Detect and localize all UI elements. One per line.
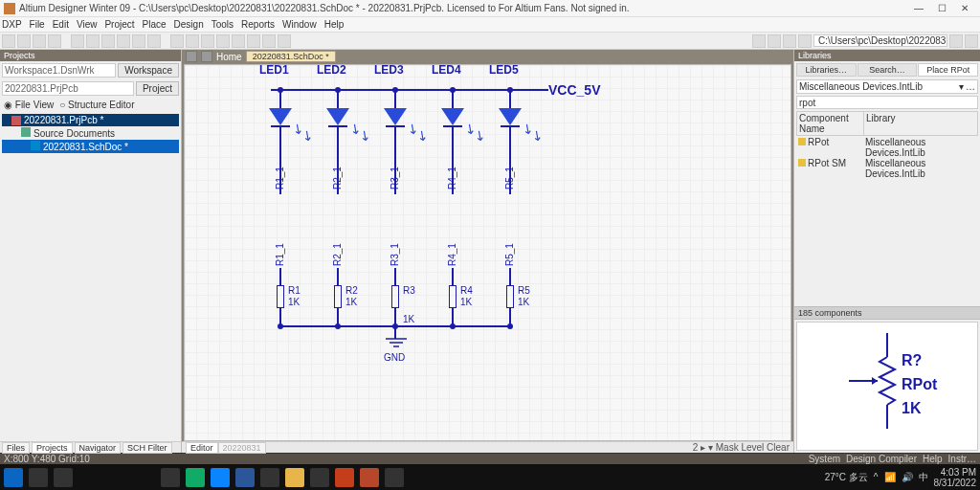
tool-btn[interactable]: [798, 34, 812, 48]
tool-btn[interactable]: [33, 34, 46, 48]
clock-time[interactable]: 4:03 PM: [934, 467, 977, 478]
workspace-button[interactable]: Workspace: [118, 63, 179, 78]
component-row[interactable]: RPot Miscellaneous Devices.IntLib: [796, 137, 978, 158]
project-button[interactable]: Project: [136, 81, 179, 96]
col-component-name[interactable]: Component Name: [797, 112, 864, 135]
workspace-combo[interactable]: Workspace1.DsnWrk: [2, 63, 116, 78]
tool-btn[interactable]: [262, 34, 276, 48]
tool-btn[interactable]: [101, 34, 115, 48]
tree-schdoc[interactable]: 20220831.SchDoc *: [2, 140, 179, 153]
tool-btn[interactable]: [132, 34, 145, 48]
tree-project[interactable]: 20220831.PrjPcb *: [2, 114, 179, 126]
taskbar-app[interactable]: [235, 468, 255, 487]
tool-btn[interactable]: [2, 34, 15, 48]
system-tray[interactable]: 27°C 多云 ^ 📶 🔊 中 4:03 PM 8/31/2022: [825, 467, 976, 488]
net-r4-1: R4_1: [447, 243, 457, 266]
path-box[interactable]: C:\Users\pc\Desktop\20220831 ▾: [813, 34, 947, 47]
menu-help[interactable]: Help: [324, 19, 345, 30]
taskbar-app[interactable]: [360, 468, 379, 487]
file-view-radio[interactable]: ◉ File View: [4, 100, 54, 110]
tool-btn[interactable]: [117, 34, 130, 48]
taskbar-app[interactable]: [260, 468, 279, 487]
tray-ime-icon[interactable]: 中: [919, 471, 928, 484]
clock-date[interactable]: 8/31/2022: [934, 478, 977, 488]
taskbar-app[interactable]: [310, 468, 329, 487]
tool-btn[interactable]: [949, 34, 963, 48]
structure-editor-radio[interactable]: ○ Structure Editor: [59, 100, 134, 110]
taskbar-app[interactable]: [211, 468, 230, 487]
preview-val: 1K: [902, 400, 921, 417]
tool-btn[interactable]: [783, 34, 796, 48]
tool-btn[interactable]: [186, 34, 199, 48]
tool-btn[interactable]: [48, 34, 61, 48]
library-combo[interactable]: Miscellaneous Devices.IntLib▾…: [796, 79, 978, 94]
led-emit-icon: ↘↘: [347, 120, 375, 145]
close-button[interactable]: ✕: [953, 3, 976, 13]
tool-btn[interactable]: [232, 34, 245, 48]
editor-doc-tab[interactable]: 20220831: [218, 442, 266, 454]
windows-taskbar[interactable]: 27°C 多云 ^ 📶 🔊 中 4:03 PM 8/31/2022: [0, 464, 980, 490]
foot-tab-projects[interactable]: Projects: [32, 442, 73, 454]
app-footer: X:800 Y:480 Grid:10 System Design Compil…: [0, 453, 980, 464]
tool-btn[interactable]: [752, 34, 766, 48]
menu-view[interactable]: View: [77, 19, 98, 30]
menu-reports[interactable]: Reports: [241, 19, 275, 30]
weather-widget[interactable]: 27°C 多云: [825, 471, 868, 484]
foot-instr[interactable]: Instr…: [948, 454, 976, 464]
nav-back-button[interactable]: [186, 51, 197, 62]
foot-design-compiler[interactable]: Design Compiler: [846, 454, 917, 464]
taskbar-app[interactable]: [335, 468, 354, 487]
menu-window[interactable]: Window: [282, 19, 317, 30]
menu-place[interactable]: Place: [143, 19, 167, 30]
tool-btn[interactable]: [965, 34, 978, 48]
tray-up-icon[interactable]: ^: [874, 472, 879, 482]
place-button[interactable]: Place RPot: [918, 63, 978, 77]
taskbar-app[interactable]: [385, 468, 404, 487]
search-button[interactable]: Search…: [858, 63, 918, 77]
search-icon[interactable]: [29, 468, 48, 487]
menu-file[interactable]: File: [30, 19, 45, 30]
component-search-input[interactable]: rpot: [796, 96, 978, 109]
menu-dxp[interactable]: DXP: [2, 19, 22, 30]
menu-project[interactable]: Project: [104, 19, 134, 30]
foot-tab-schfilter[interactable]: SCH Filter: [122, 442, 172, 454]
foot-tab-files[interactable]: Files: [2, 442, 30, 454]
foot-tab-navigator[interactable]: Navigator: [75, 442, 122, 454]
maximize-button[interactable]: ☐: [930, 3, 953, 13]
minimize-button[interactable]: —: [907, 3, 930, 13]
component-row[interactable]: RPot SM Miscellaneous Devices.IntLib: [796, 158, 978, 179]
tool-btn[interactable]: [768, 34, 781, 48]
foot-system[interactable]: System: [809, 454, 840, 464]
task-view-icon[interactable]: [54, 468, 73, 487]
r3-val: 1K: [403, 314, 414, 324]
tray-network-icon[interactable]: 📶: [884, 472, 896, 482]
status-right: 2 ▸ ▾ Mask Level Clear: [693, 442, 790, 453]
tool-btn[interactable]: [17, 34, 31, 48]
menu-edit[interactable]: Edit: [53, 19, 69, 30]
tree-source-documents[interactable]: Source Documents: [2, 126, 179, 140]
tool-btn[interactable]: [201, 34, 214, 48]
doc-tab[interactable]: 20220831.SchDoc *: [246, 51, 336, 62]
menu-design[interactable]: Design: [174, 19, 204, 30]
col-library[interactable]: Library: [864, 112, 977, 135]
tool-btn[interactable]: [247, 34, 260, 48]
start-button[interactable]: [4, 468, 23, 487]
taskbar-app[interactable]: [285, 468, 304, 487]
taskbar-app[interactable]: [161, 468, 180, 487]
libraries-button[interactable]: Libraries…: [796, 63, 857, 77]
tool-btn[interactable]: [147, 34, 161, 48]
tray-volume-icon[interactable]: 🔊: [902, 472, 913, 482]
foot-help[interactable]: Help: [923, 454, 943, 464]
tool-btn[interactable]: [170, 34, 184, 48]
menu-tools[interactable]: Tools: [212, 19, 234, 30]
project-combo[interactable]: 20220831.PrjPcb: [2, 81, 134, 96]
tool-btn[interactable]: [86, 34, 100, 48]
schematic-canvas[interactable]: LED1 LED2 LED3 LED4 LED5 VCC_5V ↘↘: [184, 64, 791, 441]
tool-btn[interactable]: [71, 34, 84, 48]
tool-btn[interactable]: [278, 34, 291, 48]
editor-tab[interactable]: Editor: [186, 442, 218, 454]
taskbar-app[interactable]: [186, 468, 205, 487]
home-button[interactable]: Home: [216, 52, 242, 62]
nav-fwd-button[interactable]: [201, 51, 212, 62]
tool-btn[interactable]: [216, 34, 230, 48]
